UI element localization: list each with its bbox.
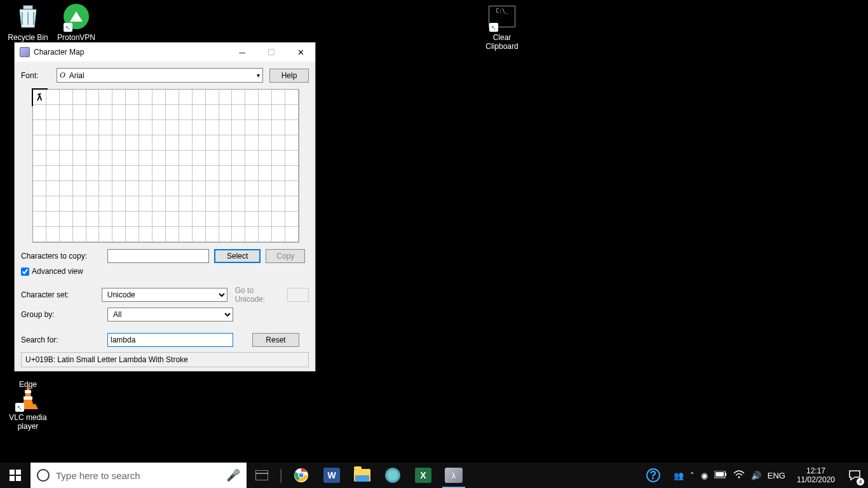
file-explorer-taskbar-icon[interactable] bbox=[347, 463, 377, 488]
grid-cell[interactable] bbox=[219, 181, 233, 196]
grid-cell[interactable] bbox=[219, 166, 233, 181]
grid-cell[interactable] bbox=[139, 166, 153, 181]
grid-cell[interactable] bbox=[139, 90, 153, 105]
grid-cell[interactable] bbox=[285, 196, 299, 212]
grid-cell[interactable] bbox=[206, 105, 219, 120]
grid-cell[interactable] bbox=[166, 181, 179, 196]
grid-cell[interactable] bbox=[46, 196, 60, 212]
groupby-dropdown[interactable]: All bbox=[107, 308, 233, 322]
grid-cell[interactable] bbox=[126, 90, 139, 105]
grid-cell[interactable] bbox=[112, 90, 126, 105]
recycle-bin-icon[interactable]: Recycle Bin bbox=[4, 1, 52, 42]
grid-cell[interactable] bbox=[139, 120, 153, 135]
grid-cell[interactable] bbox=[99, 212, 112, 227]
volume-tray-icon[interactable]: 🔊 bbox=[751, 471, 761, 480]
grid-cell[interactable] bbox=[193, 120, 206, 135]
grid-cell[interactable] bbox=[193, 166, 206, 181]
maximize-button[interactable]: ☐ bbox=[257, 43, 286, 62]
grid-cell[interactable] bbox=[193, 90, 206, 105]
grid-cell[interactable] bbox=[73, 105, 86, 120]
grid-cell[interactable] bbox=[259, 105, 272, 120]
grid-cell[interactable] bbox=[33, 227, 46, 242]
grid-cell[interactable] bbox=[46, 120, 60, 135]
grid-cell[interactable] bbox=[153, 120, 166, 135]
grid-cell[interactable] bbox=[60, 227, 73, 242]
grid-cell[interactable] bbox=[86, 120, 100, 135]
grid-cell[interactable] bbox=[86, 196, 100, 212]
grid-cell[interactable] bbox=[245, 90, 259, 105]
charmap-taskbar-icon[interactable]: λ bbox=[438, 463, 469, 488]
app-taskbar-icon[interactable] bbox=[377, 463, 408, 488]
grid-cell[interactable] bbox=[272, 181, 285, 196]
grid-cell[interactable] bbox=[33, 196, 46, 212]
select-button[interactable]: Select bbox=[214, 249, 261, 263]
clear-clipboard-icon[interactable]: C:\_ Clear Clipboard bbox=[478, 1, 526, 51]
grid-cell[interactable] bbox=[219, 212, 233, 227]
grid-cell[interactable] bbox=[232, 120, 245, 135]
grid-cell[interactable] bbox=[139, 151, 153, 166]
grid-cell[interactable] bbox=[86, 181, 100, 196]
grid-cell[interactable] bbox=[206, 120, 219, 135]
grid-cell[interactable] bbox=[259, 212, 272, 227]
charset-dropdown[interactable]: Unicode bbox=[102, 288, 227, 302]
grid-cell[interactable] bbox=[153, 166, 166, 181]
grid-cell[interactable] bbox=[33, 212, 46, 227]
grid-cell[interactable] bbox=[153, 105, 166, 120]
grid-cell[interactable] bbox=[99, 90, 112, 105]
grid-cell[interactable] bbox=[179, 90, 193, 105]
copy-button[interactable]: Copy bbox=[266, 249, 305, 263]
grid-cell[interactable] bbox=[86, 135, 100, 151]
grid-cell[interactable] bbox=[112, 196, 126, 212]
grid-cell[interactable] bbox=[166, 90, 179, 105]
grid-cell[interactable] bbox=[112, 120, 126, 135]
grid-cell[interactable] bbox=[245, 135, 259, 151]
grid-cell[interactable] bbox=[259, 135, 272, 151]
grid-cell[interactable] bbox=[193, 227, 206, 242]
grid-cell[interactable] bbox=[112, 151, 126, 166]
grid-cell[interactable] bbox=[272, 135, 285, 151]
grid-cell[interactable] bbox=[73, 90, 86, 105]
grid-cell[interactable] bbox=[33, 166, 46, 181]
grid-cell[interactable] bbox=[112, 181, 126, 196]
grid-cell[interactable] bbox=[99, 227, 112, 242]
grid-cell[interactable] bbox=[206, 166, 219, 181]
titlebar[interactable]: Character Map ─ ☐ ✕ bbox=[15, 43, 315, 62]
close-button[interactable]: ✕ bbox=[286, 43, 315, 62]
grid-cell[interactable] bbox=[232, 151, 245, 166]
grid-cell[interactable] bbox=[193, 212, 206, 227]
grid-cell[interactable] bbox=[219, 105, 233, 120]
grid-cell[interactable] bbox=[33, 181, 46, 196]
grid-cell[interactable] bbox=[206, 90, 219, 105]
reset-button[interactable]: Reset bbox=[252, 333, 299, 347]
grid-cell[interactable] bbox=[46, 227, 60, 242]
grid-cell[interactable] bbox=[272, 212, 285, 227]
chars-to-copy-input[interactable] bbox=[107, 249, 209, 263]
action-center-button[interactable]: 4 bbox=[841, 463, 868, 488]
grid-cell[interactable] bbox=[73, 166, 86, 181]
grid-cell[interactable] bbox=[46, 135, 60, 151]
grid-cell[interactable] bbox=[153, 212, 166, 227]
grid-cell[interactable] bbox=[179, 181, 193, 196]
grid-cell[interactable] bbox=[166, 212, 179, 227]
wifi-tray-icon[interactable] bbox=[733, 470, 745, 481]
grid-cell[interactable] bbox=[99, 196, 112, 212]
grid-cell[interactable] bbox=[272, 90, 285, 105]
grid-cell[interactable] bbox=[232, 212, 245, 227]
location-tray-icon[interactable]: ◉ bbox=[701, 471, 708, 480]
grid-cell[interactable] bbox=[245, 212, 259, 227]
grid-cell[interactable] bbox=[139, 135, 153, 151]
grid-cell[interactable] bbox=[179, 166, 193, 181]
grid-cell[interactable] bbox=[99, 105, 112, 120]
grid-cell[interactable] bbox=[112, 212, 126, 227]
grid-cell[interactable] bbox=[126, 166, 139, 181]
grid-cell[interactable] bbox=[193, 181, 206, 196]
grid-cell[interactable] bbox=[179, 105, 193, 120]
grid-cell[interactable] bbox=[60, 105, 73, 120]
grid-cell[interactable] bbox=[99, 120, 112, 135]
grid-cell[interactable] bbox=[166, 166, 179, 181]
grid-cell[interactable] bbox=[272, 120, 285, 135]
advanced-view-checkbox[interactable] bbox=[21, 268, 29, 276]
word-taskbar-icon[interactable]: W bbox=[316, 463, 347, 488]
help-tray-icon[interactable]: ? bbox=[638, 463, 668, 488]
grid-cell[interactable] bbox=[193, 196, 206, 212]
